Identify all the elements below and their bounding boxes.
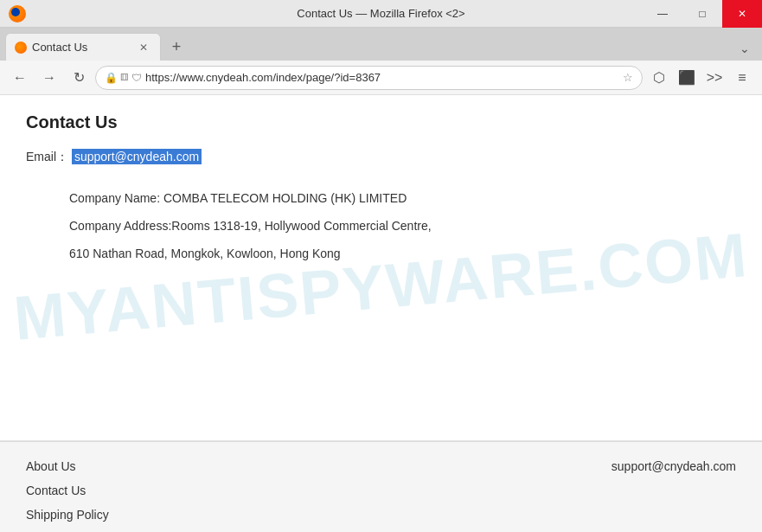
- forward-button[interactable]: →: [36, 65, 62, 91]
- address-bar[interactable]: 🔒 ⚅ 🛡 https://www.cnydeah.com/index/page…: [95, 66, 643, 90]
- close-button[interactable]: ✕: [722, 0, 762, 28]
- secure-icon: 🔒: [105, 72, 118, 84]
- email-row: Email： support@cnydeah.com: [26, 150, 736, 165]
- minimize-button[interactable]: —: [643, 0, 682, 28]
- shield-icon: 🛡: [131, 72, 142, 84]
- company-name: Company Name: COMBA TELECOM HOLDING (HK)…: [69, 191, 736, 205]
- page-content: MYANTISPYWARE.COM Contact Us Email： supp…: [0, 95, 762, 532]
- address-right-icons: ☆: [623, 71, 633, 84]
- footer-content: About UsContact UsShipping PolicyPrivacy…: [26, 459, 736, 532]
- new-tab-button[interactable]: +: [164, 35, 189, 59]
- content-area: MYANTISPYWARE.COM Contact Us Email： supp…: [0, 95, 762, 441]
- window-controls: — □ ✕: [643, 0, 762, 28]
- tab-bar-right: ⌄: [733, 36, 762, 61]
- footer-link-item[interactable]: About Us: [26, 459, 143, 473]
- page-wrapper: MYANTISPYWARE.COM Contact Us Email： supp…: [0, 95, 762, 532]
- nav-right-buttons: ⬡ ⬛ >> ≡: [646, 65, 755, 91]
- title-bar: Contact Us — Mozilla Firefox <2> — □ ✕: [0, 0, 762, 28]
- email-label: Email：: [26, 150, 68, 163]
- info-icon: ⚅: [120, 72, 129, 83]
- window-title: Contact Us — Mozilla Firefox <2>: [297, 7, 464, 20]
- browser-icon: [9, 5, 26, 22]
- browser-tab[interactable]: Contact Us ✕: [5, 33, 161, 61]
- footer: About UsContact UsShipping PolicyPrivacy…: [0, 441, 762, 532]
- security-icons: 🔒 ⚅ 🛡: [105, 72, 142, 84]
- tab-close-button[interactable]: ✕: [136, 40, 151, 55]
- email-link[interactable]: support@cnydeah.com: [72, 149, 202, 164]
- back-button[interactable]: ←: [7, 65, 33, 91]
- footer-links: About UsContact UsShipping PolicyPrivacy…: [26, 459, 143, 532]
- bookmark-icon[interactable]: ☆: [623, 71, 633, 84]
- tab-bar: Contact Us ✕ + ⌄: [0, 28, 762, 61]
- menu-button[interactable]: ≡: [729, 65, 755, 91]
- reload-button[interactable]: ↻: [66, 65, 92, 91]
- footer-link-item[interactable]: Contact Us: [26, 484, 143, 497]
- footer-email: support@cnydeah.com: [612, 459, 736, 532]
- maximize-button[interactable]: □: [682, 0, 722, 28]
- company-address1: Company Address:Rooms 1318-19, Hollywood…: [69, 219, 736, 233]
- url-text: https://www.cnydeah.com/index/page/?id=8…: [145, 71, 619, 84]
- footer-link-item[interactable]: Shipping Policy: [26, 508, 143, 522]
- pocket-button[interactable]: ⬡: [646, 65, 672, 91]
- extensions-button[interactable]: ⬛: [674, 65, 700, 91]
- overflow-button[interactable]: >>: [701, 65, 727, 91]
- company-address2: 610 Nathan Road, Mongkok, Kowloon, Hong …: [69, 247, 736, 260]
- tab-list-button[interactable]: ⌄: [733, 36, 757, 61]
- tab-label: Contact Us: [32, 41, 131, 54]
- company-info: Company Name: COMBA TELECOM HOLDING (HK)…: [26, 191, 736, 260]
- navigation-bar: ← → ↻ 🔒 ⚅ 🛡 https://www.cnydeah.com/inde…: [0, 61, 762, 95]
- tab-favicon-icon: [15, 42, 27, 54]
- page-title: Contact Us: [26, 112, 736, 132]
